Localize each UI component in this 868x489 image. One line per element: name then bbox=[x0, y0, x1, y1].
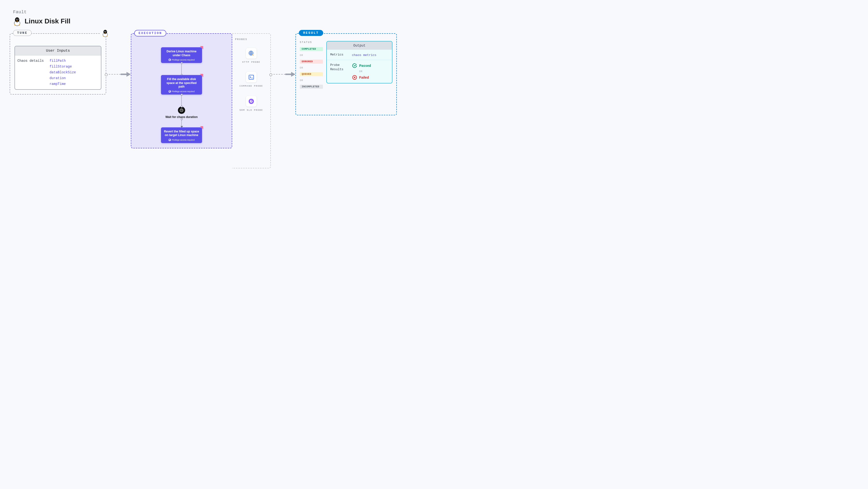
diagram: TUNE User Inputs Chaos details bbox=[10, 33, 858, 168]
clock-icon bbox=[178, 107, 185, 114]
probe-results-key: Probe Results bbox=[330, 63, 348, 72]
user-inputs-card: User Inputs Chaos details fillPath fillS… bbox=[14, 46, 101, 90]
param-datablocksize: dataBlockSize bbox=[50, 70, 76, 74]
execution-pill: EXECUTION bbox=[134, 30, 166, 36]
step-fill-disk: Fill the available disk space at the spe… bbox=[161, 75, 202, 95]
connector-arrow bbox=[181, 119, 182, 127]
terminal-icon bbox=[246, 72, 256, 83]
flag-icon bbox=[200, 46, 203, 50]
param-fillpath: fillPath bbox=[50, 59, 76, 63]
probe-result-failed: Failed bbox=[352, 75, 389, 80]
check-circle-icon bbox=[352, 63, 357, 68]
inputs-section-label: Chaos details bbox=[18, 59, 44, 86]
probes-label: PROBES bbox=[235, 38, 268, 41]
arrow-execution-to-result bbox=[271, 72, 296, 77]
probe-result-passed: Passed bbox=[352, 63, 389, 68]
tune-panel: TUNE User Inputs Chaos details bbox=[10, 33, 106, 95]
flag-icon bbox=[200, 74, 203, 77]
metrics-key: Metrics bbox=[330, 53, 348, 57]
svg-point-11 bbox=[105, 31, 106, 32]
fault-label: Fault bbox=[13, 10, 858, 14]
privilege-icon: ✚ bbox=[168, 139, 171, 141]
chaos-metrics-link[interactable]: chaos metrics bbox=[352, 53, 376, 57]
page-title: Linux Disk Fill bbox=[25, 18, 70, 25]
gauge-icon bbox=[246, 96, 256, 107]
connector bbox=[181, 95, 182, 107]
linux-icon bbox=[13, 17, 21, 26]
probe-http: HTTP PROBE bbox=[242, 48, 260, 64]
tune-pill: TUNE bbox=[13, 30, 32, 36]
step-revert: Revert the filled up space on target Lin… bbox=[161, 127, 202, 143]
probe-command: COMMAND PROBE bbox=[240, 72, 263, 88]
svg-point-10 bbox=[104, 31, 105, 32]
param-ramptime: rampTime bbox=[50, 82, 76, 86]
result-panel: RESULT STATUS COMPLETED OR ERRORED OR QU… bbox=[296, 33, 397, 115]
or-text: OR bbox=[300, 79, 323, 82]
user-inputs-title: User Inputs bbox=[15, 46, 101, 56]
status-completed: COMPLETED bbox=[300, 47, 323, 51]
status-incompleted: INCOMPLETED bbox=[300, 85, 323, 89]
privilege-icon: ✚ bbox=[168, 59, 171, 61]
param-duration: duration bbox=[50, 76, 76, 80]
output-card: Output Metrics chaos metrics Probe Resul… bbox=[327, 41, 393, 84]
flag-icon bbox=[200, 126, 203, 130]
x-circle-icon bbox=[352, 75, 357, 80]
probes-panel: PROBES HTTP PROBE bbox=[232, 33, 271, 168]
step-derive-machine: Derive Linux machine under Chaos ✚Privil… bbox=[161, 47, 202, 63]
svg-point-5 bbox=[18, 19, 18, 20]
status-queued: QUEUED bbox=[300, 72, 323, 76]
linux-icon bbox=[100, 29, 110, 37]
param-fillstorage: fillStorage bbox=[50, 65, 76, 68]
status-errored: ERRORED bbox=[300, 60, 323, 64]
output-title: Output bbox=[327, 41, 392, 50]
page-header: Fault Linux Disk Fill bbox=[10, 10, 858, 26]
or-text: OR bbox=[300, 54, 323, 57]
result-pill: RESULT bbox=[299, 30, 323, 36]
globe-icon bbox=[246, 48, 256, 59]
svg-point-4 bbox=[16, 19, 17, 20]
status-label: STATUS bbox=[300, 41, 323, 44]
or-text: OR bbox=[359, 70, 389, 73]
arrow-tune-to-execution bbox=[106, 72, 131, 77]
privilege-icon: ✚ bbox=[168, 90, 171, 93]
probe-srm-slo: SRM SLO PROBE bbox=[240, 96, 263, 112]
connector bbox=[181, 63, 182, 75]
svg-rect-14 bbox=[249, 75, 254, 79]
or-text: OR bbox=[300, 67, 323, 69]
svg-point-17 bbox=[251, 101, 252, 102]
execution-panel: EXECUTION Derive Linux machine under Cha… bbox=[131, 33, 232, 149]
step-wait: Wait for chaos duration bbox=[165, 107, 198, 119]
